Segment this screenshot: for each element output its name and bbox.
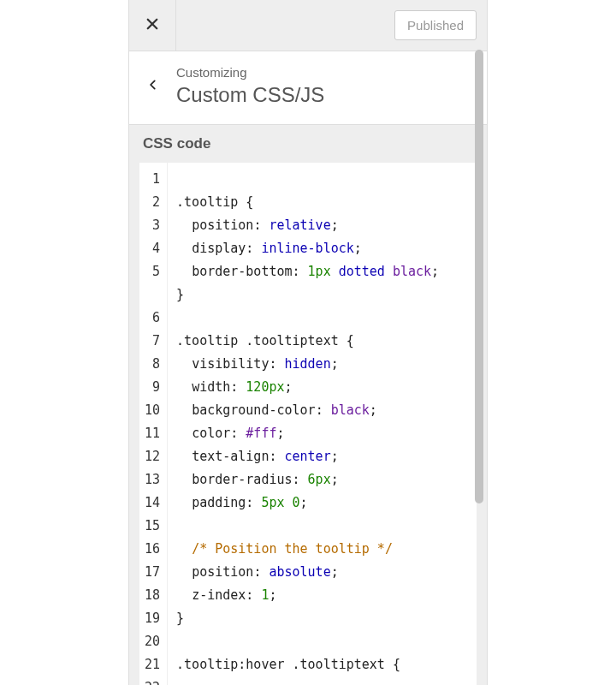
section-header: Customizing Custom CSS/JS (129, 51, 487, 125)
section-label: CSS code (129, 125, 487, 163)
line-gutter: 12345 678910111213141516171819202122 (139, 163, 168, 685)
code-area[interactable]: .tooltip { position: relative; display: … (168, 163, 477, 685)
chevron-left-icon (147, 77, 159, 96)
panel-scrollbar[interactable] (475, 50, 483, 685)
code-editor[interactable]: 12345 678910111213141516171819202122 .to… (139, 163, 477, 685)
breadcrumb: Customizing (176, 65, 478, 80)
close-button[interactable] (129, 0, 176, 51)
back-button[interactable] (129, 77, 176, 96)
scrollbar-thumb[interactable] (475, 50, 483, 503)
customizer-panel: Published Customizing Custom CSS/JS CSS … (128, 0, 488, 685)
close-icon (145, 16, 160, 35)
published-button[interactable]: Published (394, 10, 477, 40)
page-title: Custom CSS/JS (176, 83, 478, 107)
topbar: Published (129, 0, 487, 51)
